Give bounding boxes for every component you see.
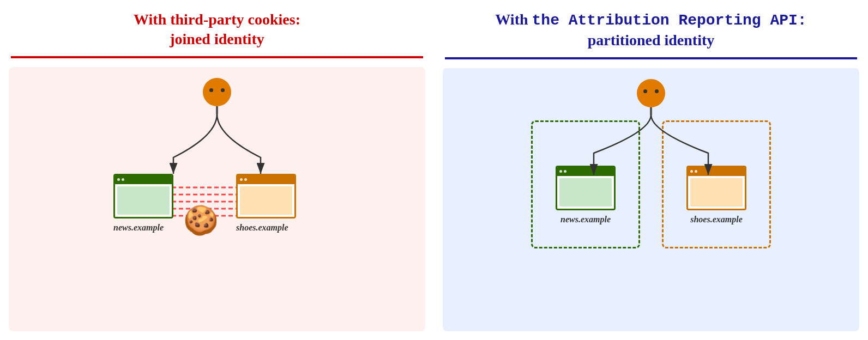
dot2 <box>122 178 124 181</box>
left-panel-title: With third-party cookies: joined identit… <box>0 0 434 56</box>
left-title-line1: With third-party cookies: <box>134 11 300 28</box>
right-divider <box>445 57 857 59</box>
right-person <box>637 79 665 115</box>
right-person-neck <box>650 107 652 115</box>
dot4 <box>244 178 247 181</box>
right-domain1-label: news.example <box>560 215 611 224</box>
left-domain2-label: shoes.example <box>236 223 296 233</box>
left-browser-bar-green <box>115 175 172 184</box>
right-browser-body-green <box>559 178 612 207</box>
dot8 <box>695 170 697 173</box>
left-diagram: news.example shoes.example 🍪 <box>20 78 414 239</box>
right-browser-bar-orange <box>688 167 745 176</box>
right-panel-content: news.example shoes.example <box>443 68 859 331</box>
right-person-head <box>637 79 665 107</box>
left-browser-news: news.example <box>113 174 173 233</box>
left-browser-body-orange <box>240 186 292 215</box>
right-browser-bar-green <box>557 167 614 176</box>
right-browser-body-orange <box>690 178 743 207</box>
left-person <box>203 78 231 114</box>
right-orange-dashed-box: shoes.example <box>662 120 771 248</box>
right-green-dashed-box: news.example <box>531 120 640 248</box>
left-browsers-area: news.example shoes.example 🍪 <box>103 114 331 239</box>
left-browser-body-green <box>117 186 170 215</box>
left-browser-bar-orange <box>238 175 294 184</box>
dot3 <box>240 178 243 181</box>
right-panel-title: With the Attribution Reporting API: part… <box>434 0 868 57</box>
right-content-area: news.example shoes.example <box>509 115 793 262</box>
right-title-line1: With the Attribution Reporting API: <box>495 11 806 28</box>
left-browser-orange <box>236 174 296 218</box>
right-browser-news <box>556 166 616 210</box>
left-divider <box>11 56 423 58</box>
dot5 <box>559 170 562 173</box>
right-browser-shoes <box>686 166 746 210</box>
dot1 <box>117 178 120 181</box>
right-diagram: news.example shoes.example <box>454 79 848 262</box>
dot6 <box>564 170 566 173</box>
left-browser-green <box>113 174 173 218</box>
left-person-head <box>203 78 231 106</box>
left-browser-shoes: shoes.example <box>236 174 296 233</box>
cookie-icon: 🍪 <box>183 204 219 237</box>
left-domain1-label: news.example <box>113 223 173 233</box>
right-title-line2: partitioned identity <box>588 32 715 48</box>
right-domain2-label: shoes.example <box>690 215 743 224</box>
left-person-neck <box>216 106 218 114</box>
left-panel: With third-party cookies: joined identit… <box>0 0 434 340</box>
left-title-line2: joined identity <box>170 31 264 47</box>
right-panel: With the Attribution Reporting API: part… <box>434 0 868 340</box>
left-panel-content: news.example shoes.example 🍪 <box>9 67 425 331</box>
dot7 <box>690 170 693 173</box>
